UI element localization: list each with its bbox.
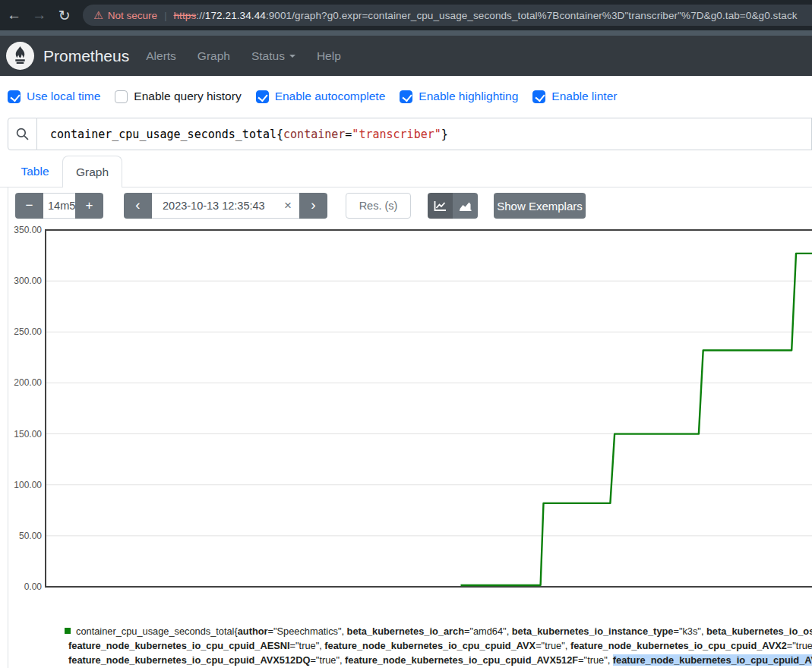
url-remainder: :9001/graph?g0.expr=container_cpu_usage_… [266, 10, 798, 21]
range-increase-button[interactable]: + [75, 193, 103, 219]
legend-text: ="k3s", [673, 625, 706, 637]
legend-text: feature_node_kubernetes_io_cpu_cpuid_AVX [324, 640, 536, 651]
browser-toolbar: ← → ↻ ⚠ Not secure | https://172.21.34.4… [0, 0, 812, 30]
legend-line[interactable]: container_cpu_usage_seconds_total{author… [65, 624, 812, 638]
legend-text: author [238, 625, 268, 637]
legend-text: ="true", [290, 640, 325, 651]
legend-swatch-icon [65, 628, 71, 634]
legend-text: beta_kubernetes_io_os [706, 625, 812, 637]
browser-reload-icon[interactable]: ↻ [53, 4, 75, 27]
panel-tabs: Table Graph [0, 156, 812, 187]
option-label: Enable autocomplete [275, 90, 386, 103]
datetime-value: 2023-10-13 12:35:43 [163, 200, 265, 212]
address-bar[interactable]: ⚠ Not secure | https://172.21.34.44:9001… [83, 5, 812, 26]
legend-text: feature_node_kubernetes_io_cpu_cpuid_AVX… [570, 640, 787, 651]
checkbox-checked-icon[interactable] [400, 90, 412, 103]
query-token: } [441, 128, 448, 141]
show-exemplars-button[interactable]: Show Exemplars [494, 193, 586, 219]
graph-controls: − 14m5 + ‹ 2023-10-13 12:35:43 × › Res. … [0, 193, 812, 219]
query-token: = [345, 128, 352, 141]
prometheus-logo-icon[interactable] [6, 42, 34, 70]
legend-text: feature_node_kubernetes_io_cpu_cpuid_AVX… [345, 654, 578, 666]
legend-text: ="true", [310, 654, 345, 666]
options-row: Use local timeEnable query historyEnable… [8, 85, 805, 108]
nav-item-status[interactable]: Status [251, 49, 295, 63]
chart-legend[interactable]: container_cpu_usage_seconds_total{author… [65, 624, 812, 667]
url-scheme: https [174, 10, 197, 21]
legend-text: ="amd64", [464, 625, 512, 637]
time-forward-button[interactable]: › [299, 193, 327, 219]
clear-datetime-icon[interactable]: × [284, 198, 292, 213]
legend-text: beta_kubernetes_io_arch [347, 625, 464, 637]
y-tick-label: 150.00 [14, 429, 42, 440]
nav-item-help[interactable]: Help [317, 49, 341, 63]
option-enable-query-history[interactable]: Enable query history [115, 90, 241, 103]
legend-text: ="true", [787, 640, 812, 651]
range-input[interactable]: 14m5 [43, 193, 75, 219]
graph-chart[interactable]: 12:2112:2212:2312:2412:2512:2612:2712:28… [0, 225, 812, 609]
datetime-input[interactable]: 2023-10-13 12:35:43 × [152, 193, 299, 219]
y-tick-label: 250.00 [14, 326, 42, 337]
stacked-chart-toggle-button[interactable] [453, 193, 478, 219]
legend-text: feature_node_kubernetes_io_cpu_cpuid_AVX… [68, 654, 310, 666]
browser-back-icon[interactable]: ← [3, 4, 25, 27]
not-secure-label[interactable]: Not secure [108, 10, 157, 21]
search-icon [16, 128, 29, 140]
tab-graph[interactable]: Graph [62, 156, 122, 187]
y-tick-label: 0.00 [24, 581, 43, 592]
legend-text: ="true", [578, 654, 613, 666]
chart-canvas: 12:2112:2212:2312:2412:2512:2612:2712:28… [0, 225, 812, 609]
stacked-chart-icon [459, 200, 472, 212]
y-tick-label: 200.00 [14, 377, 42, 388]
legend-line[interactable]: feature_node_kubernetes_io_cpu_cpuid_AES… [65, 638, 812, 653]
url-host: 172.21.34.44 [205, 10, 266, 21]
option-enable-highlighting[interactable]: Enable highlighting [400, 90, 518, 103]
option-enable-linter[interactable]: Enable linter [532, 90, 617, 103]
nav-links: AlertsGraphStatusHelp [146, 49, 341, 63]
address-separator: | [164, 10, 166, 21]
query-token: container [283, 128, 345, 141]
browser-chrome-strip [0, 30, 812, 36]
option-label: Enable linter [551, 90, 617, 103]
resolution-input[interactable]: Res. (s) [346, 193, 411, 219]
checkbox-checked-icon[interactable] [256, 90, 269, 103]
line-chart-toggle-button[interactable] [428, 193, 453, 219]
option-use-local-time[interactable]: Use local time [8, 90, 100, 103]
legend-text: beta_kubernetes_io_instance_type [512, 625, 674, 637]
tab-table[interactable]: Table [8, 156, 62, 187]
nav-item-graph[interactable]: Graph [197, 49, 230, 63]
legend-text: feature_node_kubernetes_io_cpu_cpuid_AES… [68, 640, 290, 651]
prometheus-navbar: Prometheus AlertsGraphStatusHelp [0, 36, 812, 76]
query-input[interactable]: container_cpu_usage_seconds_total{contai… [37, 118, 812, 150]
dropdown-caret-icon [289, 55, 295, 58]
search-icon-box [8, 118, 37, 150]
time-back-button[interactable]: ‹ [124, 193, 152, 219]
page-url[interactable]: https://172.21.34.44:9001/graph?g0.expr=… [174, 10, 798, 21]
not-secure-warning-icon[interactable]: ⚠ [93, 9, 103, 21]
query-editor: container_cpu_usage_seconds_total{contai… [8, 118, 812, 150]
legend-text: ="Speechmatics", [268, 625, 347, 637]
option-label: Enable highlighting [419, 90, 518, 103]
y-tick-label: 300.00 [14, 276, 42, 286]
brand-title[interactable]: Prometheus [43, 47, 129, 65]
checkbox-checked-icon[interactable] [8, 90, 21, 103]
query-token: container_cpu_usage_seconds_total{ [50, 128, 283, 141]
option-label: Enable query history [134, 90, 241, 103]
prometheus-flame [11, 46, 29, 65]
legend-text: container_cpu_usage_seconds_total{ [76, 625, 238, 637]
query-token: "transcriber" [352, 128, 441, 141]
checkbox-unchecked-icon[interactable] [115, 90, 128, 103]
checkbox-checked-icon[interactable] [532, 90, 545, 103]
url-scheme-sep: :// [196, 10, 205, 21]
nav-item-alerts[interactable]: Alerts [146, 49, 176, 63]
legend-text-selected: feature_node_kubernetes_io_cpu_cpuid_AVX… [613, 654, 812, 666]
legend-line[interactable]: feature_node_kubernetes_io_cpu_cpuid_AVX… [65, 653, 812, 667]
browser-forward-icon[interactable]: → [28, 4, 50, 27]
y-tick-label: 50.00 [19, 531, 42, 541]
legend-text: ="true", [536, 640, 570, 651]
option-label: Use local time [27, 90, 100, 103]
line-chart-icon [434, 200, 447, 212]
range-decrease-button[interactable]: − [15, 193, 43, 219]
y-tick-label: 350.00 [14, 225, 42, 235]
option-enable-autocomplete[interactable]: Enable autocomplete [256, 90, 386, 103]
